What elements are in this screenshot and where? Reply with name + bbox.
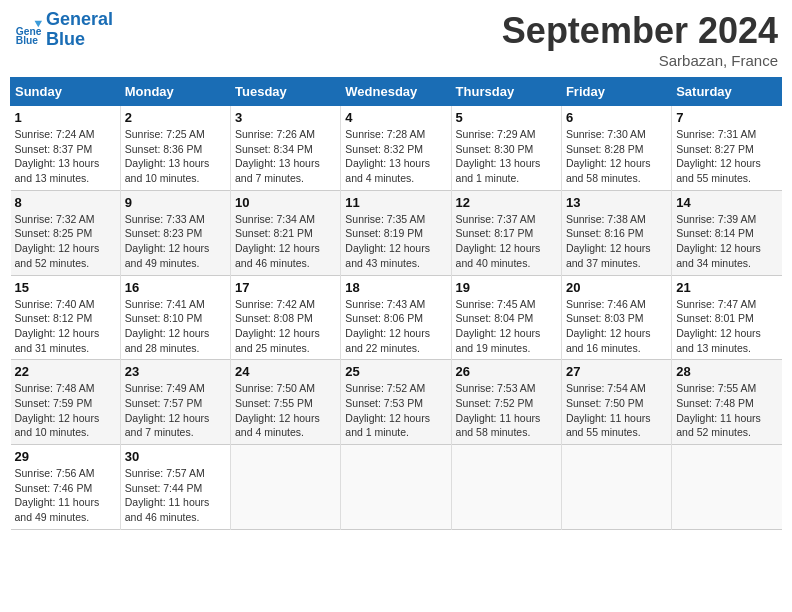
day-number: 19 [456,280,557,295]
day-number: 7 [676,110,777,125]
calendar-cell [341,445,451,530]
calendar-cell [451,445,561,530]
svg-text:Blue: Blue [16,35,39,44]
day-detail: Sunrise: 7:25 AM Sunset: 8:36 PM Dayligh… [125,127,226,186]
day-detail: Sunrise: 7:41 AM Sunset: 8:10 PM Dayligh… [125,297,226,356]
calendar-cell: 19Sunrise: 7:45 AM Sunset: 8:04 PM Dayli… [451,275,561,360]
day-number: 30 [125,449,226,464]
logo-text: GeneralBlue [46,10,113,50]
calendar-cell [672,445,782,530]
calendar-cell: 20Sunrise: 7:46 AM Sunset: 8:03 PM Dayli… [561,275,671,360]
day-detail: Sunrise: 7:35 AM Sunset: 8:19 PM Dayligh… [345,212,446,271]
weekday-header-thursday: Thursday [451,78,561,106]
day-detail: Sunrise: 7:37 AM Sunset: 8:17 PM Dayligh… [456,212,557,271]
day-detail: Sunrise: 7:26 AM Sunset: 8:34 PM Dayligh… [235,127,336,186]
day-detail: Sunrise: 7:28 AM Sunset: 8:32 PM Dayligh… [345,127,446,186]
month-title: September 2024 [502,10,778,52]
day-number: 16 [125,280,226,295]
calendar-cell: 17Sunrise: 7:42 AM Sunset: 8:08 PM Dayli… [231,275,341,360]
calendar-table: SundayMondayTuesdayWednesdayThursdayFrid… [10,77,782,530]
weekday-header-monday: Monday [120,78,230,106]
calendar-cell: 28Sunrise: 7:55 AM Sunset: 7:48 PM Dayli… [672,360,782,445]
day-detail: Sunrise: 7:40 AM Sunset: 8:12 PM Dayligh… [15,297,116,356]
title-block: September 2024 Sarbazan, France [502,10,778,69]
day-number: 17 [235,280,336,295]
day-number: 8 [15,195,116,210]
day-number: 12 [456,195,557,210]
day-number: 6 [566,110,667,125]
day-detail: Sunrise: 7:42 AM Sunset: 8:08 PM Dayligh… [235,297,336,356]
day-number: 4 [345,110,446,125]
day-detail: Sunrise: 7:54 AM Sunset: 7:50 PM Dayligh… [566,381,667,440]
calendar-cell: 2Sunrise: 7:25 AM Sunset: 8:36 PM Daylig… [120,106,230,191]
calendar-cell: 30Sunrise: 7:57 AM Sunset: 7:44 PM Dayli… [120,445,230,530]
day-detail: Sunrise: 7:33 AM Sunset: 8:23 PM Dayligh… [125,212,226,271]
day-detail: Sunrise: 7:53 AM Sunset: 7:52 PM Dayligh… [456,381,557,440]
calendar-header: SundayMondayTuesdayWednesdayThursdayFrid… [11,78,782,106]
calendar-cell: 22Sunrise: 7:48 AM Sunset: 7:59 PM Dayli… [11,360,121,445]
weekday-header-friday: Friday [561,78,671,106]
day-number: 22 [15,364,116,379]
calendar-week-1: 1Sunrise: 7:24 AM Sunset: 8:37 PM Daylig… [11,106,782,191]
day-number: 3 [235,110,336,125]
calendar-cell: 21Sunrise: 7:47 AM Sunset: 8:01 PM Dayli… [672,275,782,360]
weekday-header-wednesday: Wednesday [341,78,451,106]
calendar-cell: 8Sunrise: 7:32 AM Sunset: 8:25 PM Daylig… [11,190,121,275]
weekday-header-saturday: Saturday [672,78,782,106]
logo-icon: General Blue [14,16,42,44]
day-detail: Sunrise: 7:48 AM Sunset: 7:59 PM Dayligh… [15,381,116,440]
day-number: 25 [345,364,446,379]
calendar-cell: 25Sunrise: 7:52 AM Sunset: 7:53 PM Dayli… [341,360,451,445]
calendar-cell: 16Sunrise: 7:41 AM Sunset: 8:10 PM Dayli… [120,275,230,360]
calendar-cell: 24Sunrise: 7:50 AM Sunset: 7:55 PM Dayli… [231,360,341,445]
day-number: 23 [125,364,226,379]
calendar-week-3: 15Sunrise: 7:40 AM Sunset: 8:12 PM Dayli… [11,275,782,360]
day-detail: Sunrise: 7:31 AM Sunset: 8:27 PM Dayligh… [676,127,777,186]
day-number: 26 [456,364,557,379]
calendar-cell [561,445,671,530]
day-detail: Sunrise: 7:30 AM Sunset: 8:28 PM Dayligh… [566,127,667,186]
calendar-cell: 15Sunrise: 7:40 AM Sunset: 8:12 PM Dayli… [11,275,121,360]
calendar-cell: 6Sunrise: 7:30 AM Sunset: 8:28 PM Daylig… [561,106,671,191]
day-number: 13 [566,195,667,210]
calendar-cell: 13Sunrise: 7:38 AM Sunset: 8:16 PM Dayli… [561,190,671,275]
calendar-cell: 14Sunrise: 7:39 AM Sunset: 8:14 PM Dayli… [672,190,782,275]
day-number: 27 [566,364,667,379]
day-detail: Sunrise: 7:56 AM Sunset: 7:46 PM Dayligh… [15,466,116,525]
page-header: General Blue GeneralBlue September 2024 … [10,10,782,69]
calendar-cell: 5Sunrise: 7:29 AM Sunset: 8:30 PM Daylig… [451,106,561,191]
day-detail: Sunrise: 7:39 AM Sunset: 8:14 PM Dayligh… [676,212,777,271]
day-detail: Sunrise: 7:50 AM Sunset: 7:55 PM Dayligh… [235,381,336,440]
day-number: 1 [15,110,116,125]
day-number: 10 [235,195,336,210]
location-subtitle: Sarbazan, France [502,52,778,69]
calendar-cell: 26Sunrise: 7:53 AM Sunset: 7:52 PM Dayli… [451,360,561,445]
day-number: 9 [125,195,226,210]
day-detail: Sunrise: 7:38 AM Sunset: 8:16 PM Dayligh… [566,212,667,271]
day-detail: Sunrise: 7:49 AM Sunset: 7:57 PM Dayligh… [125,381,226,440]
calendar-cell: 1Sunrise: 7:24 AM Sunset: 8:37 PM Daylig… [11,106,121,191]
day-detail: Sunrise: 7:34 AM Sunset: 8:21 PM Dayligh… [235,212,336,271]
day-number: 21 [676,280,777,295]
calendar-week-5: 29Sunrise: 7:56 AM Sunset: 7:46 PM Dayli… [11,445,782,530]
day-number: 24 [235,364,336,379]
calendar-cell [231,445,341,530]
calendar-week-4: 22Sunrise: 7:48 AM Sunset: 7:59 PM Dayli… [11,360,782,445]
calendar-cell: 29Sunrise: 7:56 AM Sunset: 7:46 PM Dayli… [11,445,121,530]
day-number: 15 [15,280,116,295]
calendar-cell: 3Sunrise: 7:26 AM Sunset: 8:34 PM Daylig… [231,106,341,191]
weekday-header-sunday: Sunday [11,78,121,106]
weekday-header-tuesday: Tuesday [231,78,341,106]
day-number: 18 [345,280,446,295]
day-detail: Sunrise: 7:32 AM Sunset: 8:25 PM Dayligh… [15,212,116,271]
day-detail: Sunrise: 7:47 AM Sunset: 8:01 PM Dayligh… [676,297,777,356]
day-number: 29 [15,449,116,464]
logo: General Blue GeneralBlue [14,10,113,50]
calendar-cell: 23Sunrise: 7:49 AM Sunset: 7:57 PM Dayli… [120,360,230,445]
calendar-cell: 12Sunrise: 7:37 AM Sunset: 8:17 PM Dayli… [451,190,561,275]
day-detail: Sunrise: 7:43 AM Sunset: 8:06 PM Dayligh… [345,297,446,356]
calendar-cell: 9Sunrise: 7:33 AM Sunset: 8:23 PM Daylig… [120,190,230,275]
day-detail: Sunrise: 7:46 AM Sunset: 8:03 PM Dayligh… [566,297,667,356]
calendar-cell: 4Sunrise: 7:28 AM Sunset: 8:32 PM Daylig… [341,106,451,191]
day-number: 11 [345,195,446,210]
